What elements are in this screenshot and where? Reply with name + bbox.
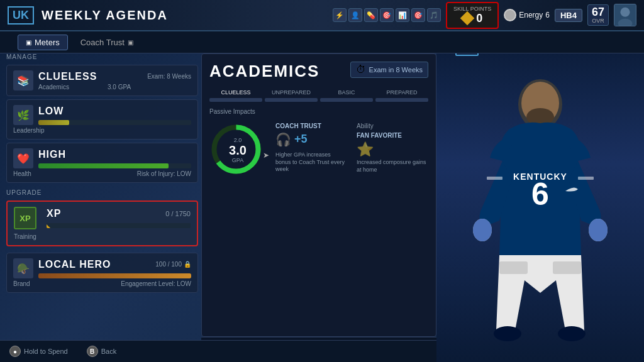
upgrade-section-label: UPGRADE: [6, 189, 198, 196]
leadership-sub: Leadership: [13, 127, 191, 134]
xp-marker-diamond-icon: [47, 224, 51, 228]
xp-diamond-marker: [47, 226, 50, 228]
leadership-progress-fill: [38, 120, 69, 125]
passive-impacts-label: Passive Impacts: [209, 108, 428, 115]
academics-info: CLUELESS Exam: 8 Weeks Academics 3.0 GPA: [38, 71, 191, 90]
local-hero-title: LOCAL HERO: [38, 259, 155, 270]
stage-unprepared-bar: [265, 98, 318, 102]
passive-impacts-section: Passive Impacts 2.0 3.0 GPA ➤ COACH TRUS…: [209, 108, 428, 178]
exam-badge: ⏱ Exam in 8 Weeks: [350, 62, 428, 78]
academics-card[interactable]: 📚 CLUELESS Exam: 8 Weeks Academics 3.0 G…: [6, 65, 198, 96]
health-progress-fill: [38, 163, 169, 168]
ovr-label: OVR: [592, 18, 604, 24]
header-right: ⚡ 👤 💊 🎯 📊 🎯 🎵 Skill Points 0 Energy 6 HB…: [333, 2, 636, 29]
xp-progress-bg: [47, 223, 191, 228]
main-panel-header: ACADEMICS ⏱ Exam in 8 Weeks: [209, 62, 428, 84]
page-title: WEEKLY AGENDA: [42, 8, 333, 23]
stage-basic: BASIC: [320, 89, 373, 102]
icon7: 🎵: [427, 8, 441, 22]
footer-hint1-text: Hold to Spend: [24, 348, 68, 355]
academics-card-top: 📚 CLUELESS Exam: 8 Weeks Academics 3.0 G…: [13, 70, 191, 90]
local-hero-info: LOCAL HERO 100 / 100 🔒: [38, 259, 191, 278]
footer-hint-back: B Back: [87, 346, 116, 357]
xp-value: 0 / 1750: [165, 210, 191, 217]
ovr-value: 67: [592, 6, 604, 18]
tab-meters[interactable]: ▣ Meters: [18, 35, 68, 50]
icon3: 💊: [364, 8, 378, 22]
stage-clueless-label: CLUELESS: [209, 89, 262, 96]
local-hero-value-box: 100 / 100 🔒: [155, 261, 191, 268]
energy-label: Energy: [519, 11, 543, 19]
xp-card-top: XP XP 0 / 1750: [14, 207, 191, 229]
footer-hint2-text: Back: [101, 348, 116, 355]
local-hero-value: 100 / 100: [155, 261, 182, 268]
health-injury-risk: Risk of Injury: LOW: [137, 170, 191, 177]
local-hero-progress-fill: [38, 273, 191, 278]
health-info: HIGH: [38, 149, 191, 168]
svg-rect-18: [487, 177, 502, 180]
local-hero-sub-label: Brand: [13, 280, 30, 287]
svg-rect-19: [578, 177, 594, 180]
health-card-top: ❤️ HIGH: [13, 148, 191, 168]
leadership-info: LOW: [38, 106, 191, 125]
academics-title: CLUELESS: [38, 71, 147, 82]
local-hero-card[interactable]: 🪖 LOCAL HERO 100 / 100 🔒 Brand Engagemen…: [6, 253, 198, 293]
header-bar: UK WEEKLY AGENDA ⚡ 👤 💊 🎯 📊 🎯 🎵 Skill Poi…: [0, 0, 644, 31]
coach-trust-desc: Higher GPA increases bonus to Coach Trus…: [275, 151, 347, 173]
stage-unprepared: UNPREPARED: [265, 89, 318, 102]
health-icon: ❤️: [13, 148, 33, 168]
academics-sub-label: Academics: [38, 84, 69, 90]
xp-icon: XP: [14, 207, 36, 229]
leadership-card[interactable]: 🌿 LOW Leadership: [6, 99, 198, 140]
gpa-arrow-icon: ➤: [263, 151, 269, 160]
tab-meters-label: Meters: [35, 38, 60, 47]
passive-impacts-row: 2.0 3.0 GPA ➤ COACH TRUST 🎧 +5 Higher GP…: [209, 123, 428, 178]
coach-trust-impact-label: COACH TRUST: [275, 123, 347, 129]
stage-prepared-bar: [375, 98, 428, 102]
gpa-small-label: 2.0: [229, 137, 247, 143]
player-area: SEC UK 6 KENTUCKY: [436, 31, 644, 362]
svg-point-13: [589, 219, 608, 241]
footer-hint-spend: ● Hold to Spend: [9, 346, 68, 357]
coach-trust-value-row: 🎧 +5: [275, 132, 347, 148]
gpa-label: GPA: [229, 157, 247, 163]
stage-clueless-bar: [209, 98, 262, 102]
stage-prepared-label: PREPARED: [375, 89, 428, 96]
icon4: 🎯: [380, 8, 394, 22]
energy-box: Energy 6: [504, 9, 550, 21]
team-logo: UK: [8, 6, 34, 25]
meters-tab-icon: ▣: [26, 39, 31, 46]
stage-basic-label: BASIC: [320, 89, 373, 96]
icon6: 🎯: [411, 8, 425, 22]
svg-rect-14: [499, 261, 528, 274]
headphones-icon: 🎧: [275, 132, 291, 147]
tab-coach-trust[interactable]: Coach Trust ▣: [73, 35, 141, 50]
leadership-card-top: 🌿 LOW: [13, 105, 191, 125]
svg-point-17: [558, 326, 586, 341]
xp-card[interactable]: XP XP 0 / 1750 Training: [6, 200, 198, 246]
svg-point-16: [494, 326, 521, 341]
fan-favorite-desc: Increased composure gains at home: [357, 159, 428, 173]
academics-sub: Academics 3.0 GPA: [38, 84, 191, 90]
icon1: ⚡: [333, 8, 347, 22]
gpa-circle-container: 2.0 3.0 GPA ➤: [209, 123, 266, 178]
xp-info: XP 0 / 1750: [47, 208, 191, 228]
health-card[interactable]: ❤️ HIGH Health Risk of Injury: LOW: [6, 143, 198, 183]
leadership-title: LOW: [38, 106, 191, 117]
player-avatar: [614, 4, 636, 26]
svg-text:KENTUCKY: KENTUCKY: [513, 172, 567, 182]
health-sub-label: Health: [13, 170, 31, 177]
player-figure-svg: 6 KENTUCKY: [452, 54, 628, 362]
local-hero-sub-row: Brand Engagement Level: LOW: [13, 280, 191, 287]
local-hero-card-top: 🪖 LOCAL HERO 100 / 100 🔒: [13, 258, 191, 278]
status-icons: ⚡ 👤 💊 🎯 📊 🎯 🎵: [333, 8, 441, 22]
health-title: HIGH: [38, 149, 191, 160]
skill-points-value: 0: [476, 12, 482, 25]
nav-tabs: ▣ Meters Coach Trust ▣: [0, 31, 644, 53]
main-panel: ACADEMICS ⏱ Exam in 8 Weeks CLUELESS UNP…: [201, 53, 436, 337]
fan-favorite-label: FAN FAVORITE: [357, 132, 428, 139]
academics-exam: Exam: 8 Weeks: [147, 73, 191, 80]
gpa-value: 3.0: [229, 143, 247, 157]
left-panel: MANAGE 📚 CLUELESS Exam: 8 Weeks Academic…: [6, 53, 198, 337]
academics-stages: CLUELESS UNPREPARED BASIC PREPARED: [209, 89, 428, 102]
